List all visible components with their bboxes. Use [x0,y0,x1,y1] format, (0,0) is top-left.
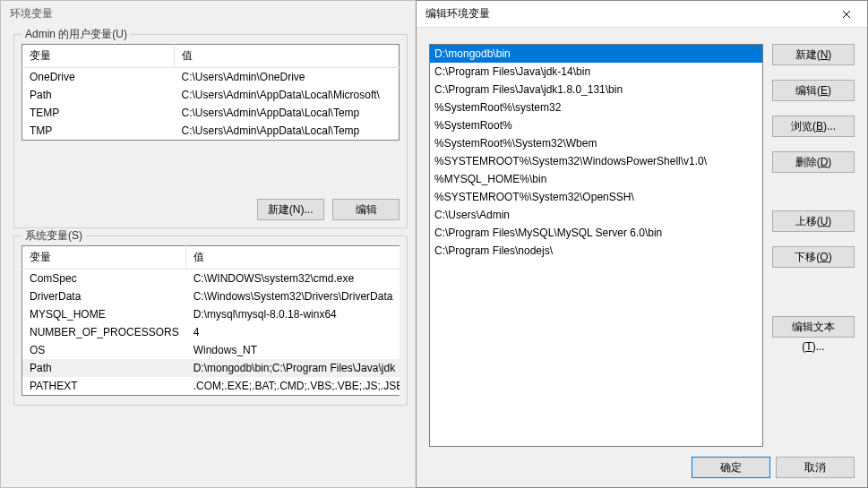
list-item[interactable]: C:\Users\Admin [430,206,762,224]
var-name: ComSpec [22,270,186,288]
list-item[interactable]: C:\Program Files\MySQL\MySQL Server 6.0\… [430,224,762,242]
table-row[interactable]: PathD:\mongodb\bin;C:\Program Files\Java… [22,359,400,377]
col-header-name[interactable]: 变量 [22,45,175,68]
user-vars-table-wrap: 变量 值 OneDriveC:\Users\Admin\OneDrivePath… [21,44,400,192]
move-up-button[interactable]: 上移(U) [772,210,855,232]
env-vars-title: 环境变量 [1,1,420,27]
var-value: C:\Users\Admin\AppData\Local\Temp [175,104,400,122]
var-value: C:\Users\Admin\AppData\Local\Temp [175,122,400,141]
list-item[interactable]: %SystemRoot% [430,116,762,134]
new-button[interactable]: 新建(N) [772,44,855,65]
var-name: Path [22,359,186,377]
user-edit-button[interactable]: 编辑 [332,199,400,220]
edit-body: D:\mongodb\binC:\Program Files\Java\jdk-… [417,28,867,456]
var-name: TMP [22,122,175,141]
system-vars-table-wrap: 变量 值 ComSpecC:\WINDOWS\system32\cmd.exeD… [21,245,400,398]
list-item[interactable]: C:\Program Files\Java\jdk-14\bin [430,63,762,81]
var-name: MYSQL_HOME [22,305,186,323]
user-new-button[interactable]: 新建(N)... [257,199,324,220]
table-row[interactable]: ComSpecC:\WINDOWS\system32\cmd.exe [22,270,400,288]
table-row[interactable]: PATHEXT.COM;.EXE;.BAT;.CMD;.VBS;.VBE;.JS… [22,377,400,396]
var-name: OneDrive [22,68,175,87]
col-header-value[interactable]: 值 [186,246,400,270]
table-row[interactable]: OneDriveC:\Users\Admin\OneDrive [22,68,400,87]
edit-text-button[interactable]: 编辑文本(T)... [772,316,855,338]
var-name: DriverData [22,287,186,305]
var-value: C:\Users\Admin\AppData\Local\Microsoft\ [175,86,400,104]
user-vars-group: Admin 的用户变量(U) 变量 值 OneDriveC:\Users\Adm… [13,34,408,228]
edit-env-var-dialog: 编辑环境变量 D:\mongodb\binC:\Program Files\Ja… [416,0,868,488]
user-vars-table[interactable]: 变量 值 OneDriveC:\Users\Admin\OneDrivePath… [21,44,400,141]
table-row[interactable]: TMPC:\Users\Admin\AppData\Local\Temp [22,122,400,141]
var-name: NUMBER_OF_PROCESSORS [22,323,186,341]
col-header-value[interactable]: 值 [175,45,400,68]
var-name: OS [22,341,186,359]
table-row[interactable]: TEMPC:\Users\Admin\AppData\Local\Temp [22,104,400,122]
system-vars-group: 系统变量(S) 变量 值 ComSpecC:\WINDOWS\system32\… [13,235,408,406]
var-value: C:\Windows\System32\Drivers\DriverData [186,287,400,305]
list-item[interactable]: C:\Program Files\Java\jdk1.8.0_131\bin [430,81,762,98]
ok-button[interactable]: 确定 [692,457,770,478]
var-value: Windows_NT [186,341,400,359]
env-vars-dialog: 环境变量 Admin 的用户变量(U) 变量 值 OneDriveC:\User… [0,0,421,488]
var-value: D:\mongodb\bin;C:\Program Files\Java\jdk [186,359,400,377]
edit-dialog-title: 编辑环境变量 [425,6,490,21]
side-buttons: 新建(N) 编辑(E) 浏览(B)... 删除(D) 上移(U) 下移(O) 编… [772,44,855,447]
var-name: TEMP [22,104,175,122]
list-item[interactable]: %SystemRoot%\System32\Wbem [430,134,762,152]
table-row[interactable]: MYSQL_HOMED:\mysql\mysql-8.0.18-winx64 [22,305,400,323]
cancel-button[interactable]: 取消 [776,457,855,478]
system-vars-table[interactable]: 变量 值 ComSpecC:\WINDOWS\system32\cmd.exeD… [21,245,400,396]
list-item[interactable]: %SystemRoot%\system32 [430,98,762,116]
var-name: PATHEXT [22,377,186,396]
edit-titlebar: 编辑环境变量 [417,1,867,28]
table-row[interactable]: OSWindows_NT [22,341,400,359]
var-value: D:\mysql\mysql-8.0.18-winx64 [186,305,400,323]
move-down-button[interactable]: 下移(O) [772,246,855,268]
var-name: Path [22,86,175,104]
user-vars-group-label: Admin 的用户变量(U) [21,27,131,42]
table-row[interactable]: PathC:\Users\Admin\AppData\Local\Microso… [22,86,400,104]
delete-button[interactable]: 删除(D) [772,151,855,173]
edit-footer: 确定 取消 [686,457,855,478]
edit-button[interactable]: 编辑(E) [772,80,855,101]
system-vars-group-label: 系统变量(S) [21,228,86,244]
list-item[interactable]: D:\mongodb\bin [430,45,762,63]
list-item[interactable]: %MYSQL_HOME%\bin [430,170,762,188]
browse-button[interactable]: 浏览(B)... [772,116,855,137]
table-row[interactable]: DriverDataC:\Windows\System32\Drivers\Dr… [22,287,400,305]
list-item[interactable]: %SYSTEMROOT%\System32\OpenSSH\ [430,188,762,206]
var-value: 4 [186,323,400,341]
list-item[interactable]: C:\Program Files\nodejs\ [430,242,762,260]
var-value: C:\Users\Admin\OneDrive [175,68,400,87]
table-row[interactable]: NUMBER_OF_PROCESSORS4 [22,323,400,341]
var-value: .COM;.EXE;.BAT;.CMD;.VBS;.VBE;.JS;.JSE;.… [186,377,400,396]
close-icon[interactable] [826,1,867,28]
var-value: C:\WINDOWS\system32\cmd.exe [186,270,400,288]
col-header-name[interactable]: 变量 [22,246,186,270]
path-listbox[interactable]: D:\mongodb\binC:\Program Files\Java\jdk-… [429,44,763,447]
list-item[interactable]: %SYSTEMROOT%\System32\WindowsPowerShell\… [430,152,762,170]
user-vars-btn-row: 新建(N)... 编辑 [21,199,400,220]
